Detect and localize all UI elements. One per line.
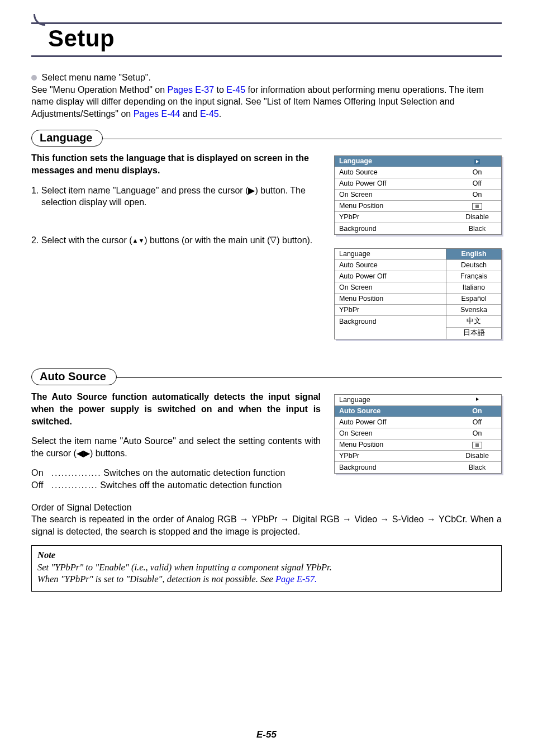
page-number: E-55 (0, 729, 533, 740)
page-title: Setup (48, 25, 502, 52)
language-option: Svenska (446, 305, 501, 316)
note-line2: When "YPbPr" is set to "Disable", detect… (37, 573, 496, 585)
autosource-onoff-list: On ............... Switches on the autom… (31, 467, 321, 491)
menu-row: Auto SourceOn (335, 167, 501, 178)
language-left-col: This function sets the language that is … (31, 152, 321, 258)
link-page-e57[interactable]: Page E-57. (275, 574, 317, 584)
menu-left-item: Auto Source (335, 260, 446, 271)
autosource-right-col: LanguageAuto SourceOnAuto Power OffOffOn… (334, 391, 502, 487)
autosource-para: Select the item name "Auto Source" and s… (31, 435, 321, 459)
autosource-left-col: The Auto Source function automatically d… (31, 391, 321, 499)
menu-row-label: Menu Position (339, 202, 458, 210)
menu-row: YPbPrDisable (335, 212, 501, 223)
menu-row-label: Auto Power Off (339, 179, 458, 187)
menu-left-item: Language (335, 249, 446, 260)
heading-autosource: Auto Source (31, 368, 117, 385)
menu-row: Language (335, 395, 501, 406)
menu-row-value (458, 441, 497, 448)
menu-row: Auto Power OffOff (335, 417, 501, 428)
intro-and: and (180, 109, 200, 119)
heading-rule (116, 377, 502, 378)
menu-left-item: Background (335, 316, 446, 327)
off-label: Off (31, 479, 51, 492)
menu-row: BackgroundBlack (335, 223, 501, 234)
menu-row-value: Off (458, 418, 497, 426)
menu-row-label: Auto Source (339, 168, 458, 176)
note-line1: Set "YPbPr" to "Enable" (i.e., valid) wh… (37, 561, 496, 573)
menu-row: On ScreenOn (335, 428, 501, 440)
language-lead: This function sets the language that is … (31, 152, 321, 176)
menu-row-label: Auto Power Off (339, 418, 458, 426)
menu-row-value: Disable (458, 213, 497, 221)
language-right-col: LanguageAuto SourceOnAuto Power OffOffOn… (334, 152, 502, 353)
menu-row: Auto Power OffOff (335, 178, 501, 190)
language-option: Español (446, 294, 501, 305)
menu-row: Menu Position (335, 201, 501, 212)
link-pages-e44[interactable]: Pages E-44 (134, 109, 180, 119)
language-option: Français (446, 271, 501, 282)
menu-row-value: On (458, 429, 497, 437)
link-e45[interactable]: E-45 (226, 85, 245, 94)
menu-left-item: Auto Power Off (335, 271, 446, 282)
dots-icon: .............. (51, 479, 100, 492)
menu-position-icon (472, 442, 482, 448)
intro-line1: Select menu name "Setup". (41, 73, 150, 82)
menu-row: YPbPrDisable (335, 451, 501, 462)
link-e45b[interactable]: E-45 (200, 109, 219, 119)
heading-language: Language (31, 130, 103, 147)
menu-row-value: Black (458, 225, 497, 233)
menu-row-value: Disable (458, 452, 497, 460)
menu-row: BackgroundBlack (335, 462, 501, 473)
autosource-lead: The Auto Source function automatically d… (31, 391, 321, 427)
menu-row-label: Auto Source (339, 407, 458, 415)
menu-row-value (458, 202, 497, 210)
menu-row-label: YPbPr (339, 213, 458, 221)
note-title: Note (37, 549, 496, 561)
note-box: Note Set "YPbPr" to "Enable" (i.e., vali… (31, 545, 502, 591)
section-language: Language This function sets the language… (31, 130, 502, 353)
menu-row-label: On Screen (339, 429, 458, 437)
language-option: Deutsch (446, 260, 501, 271)
menu-language-options-table: LanguageAuto SourceAuto Power OffOn Scre… (334, 248, 502, 339)
language-step2: 2. Select with the cursor (▲▼) buttons (… (31, 234, 321, 247)
menu-autosource-table: LanguageAuto SourceOnAuto Power OffOffOn… (334, 394, 502, 474)
menu-row-value: On (458, 191, 497, 199)
bullet-icon (31, 75, 37, 81)
play-right-icon (474, 396, 480, 402)
menu-row: On ScreenOn (335, 190, 501, 201)
dots-icon: ............... (51, 467, 103, 479)
language-option: 中文 (446, 316, 501, 328)
svg-rect-2 (475, 205, 479, 208)
order-body: The search is repeated in the order of A… (31, 513, 502, 537)
menu-row: Auto SourceOn (335, 406, 501, 417)
page-title-bar: Setup (31, 22, 502, 57)
menu-row-label: Background (339, 225, 458, 233)
on-label: On (31, 467, 51, 479)
svg-rect-5 (475, 443, 479, 447)
heading-rule (102, 139, 502, 139)
menu-row: Menu Position (335, 440, 501, 451)
menu-row-value: Off (458, 179, 497, 187)
menu-left-item: YPbPr (335, 305, 446, 316)
language-step1: 1. Select item name "Language" and press… (31, 185, 321, 209)
link-pages-e37[interactable]: Pages E-37 (168, 85, 215, 94)
menu-row-value: On (458, 407, 497, 415)
menu-position-icon (472, 203, 482, 210)
intro-end: . (219, 109, 221, 119)
order-title: Order of Signal Detection (31, 502, 502, 514)
menu-row-label: Background (339, 464, 458, 471)
intro-to: to (214, 85, 226, 94)
language-option: Italiano (446, 282, 501, 294)
language-option: English (446, 249, 501, 260)
language-option: 日本語 (446, 328, 501, 339)
menu-row-label: Language (339, 396, 458, 404)
menu-row-label: On Screen (339, 191, 458, 199)
menu-row-value: Black (458, 464, 497, 471)
off-desc: Switches off the automatic detection fun… (100, 479, 282, 492)
intro-line2a: See "Menu Operation Method" on (31, 85, 168, 94)
menu-row-value (458, 157, 497, 165)
menu-row-value: On (458, 168, 497, 176)
menu-row-label: Menu Position (339, 441, 458, 448)
section-auto-source: Auto Source The Auto Source function aut… (31, 368, 502, 591)
menu-row: Language (335, 156, 501, 167)
